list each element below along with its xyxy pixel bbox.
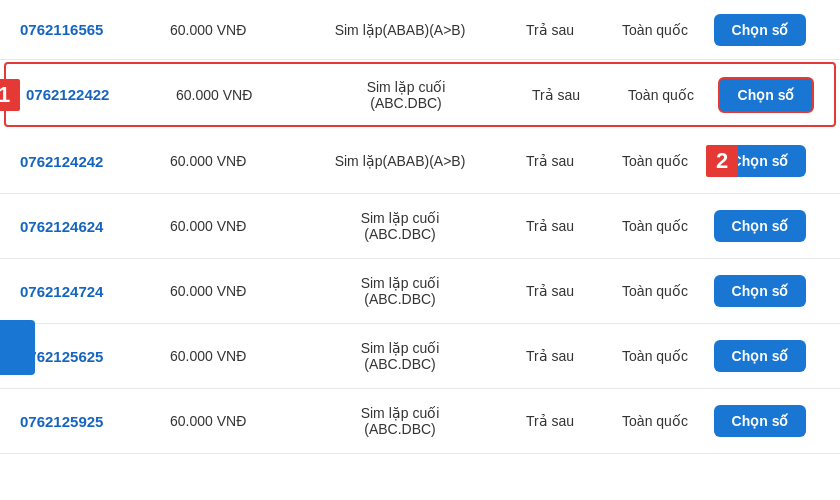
payment-type: Trả sau [500,22,600,38]
price: 60.000 VNĐ [170,22,300,38]
region: Toàn quốc [606,87,716,103]
table-row: 0762125625 60.000 VNĐ Sim lặp cuối (ABC.… [0,324,840,389]
region: Toàn quốc [600,413,710,429]
price: 60.000 VNĐ [170,413,300,429]
chon-so-button[interactable]: Chọn số [718,77,815,113]
sim-type: Sim lặp cuối (ABC.DBC) [300,210,500,242]
payment-type: Trả sau [500,153,600,169]
table-row: 0762125925 60.000 VNĐ Sim lặp cuối (ABC.… [0,389,840,454]
sim-type: Sim lặp(ABAB)(A>B) [300,22,500,38]
chon-so-button[interactable]: Chọn số [714,340,807,372]
sim-type: Sim lặp(ABAB)(A>B) [300,153,500,169]
sim-type: Sim lặp cuối (ABC.DBC) [300,340,500,372]
left-bar [0,320,35,375]
table-row: 0762124724 60.000 VNĐ Sim lặp cuối (ABC.… [0,259,840,324]
action-cell: Chọn số [710,275,810,307]
sim-type: Sim lặp cuối (ABC.DBC) [300,405,500,437]
phone-number: 0762124724 [10,283,170,300]
phone-number: 0762125925 [10,413,170,430]
phone-number: 0762122422 [16,86,176,103]
action-cell: Chọn số [710,14,810,46]
action-cell: 2 Chọn số [710,145,810,177]
table-row: 0762124624 60.000 VNĐ Sim lặp cuối (ABC.… [0,194,840,259]
chon-so-button[interactable]: Chọn số [714,405,807,437]
region: Toàn quốc [600,283,710,299]
action-cell: Chọn số [710,405,810,437]
action-cell: Chọn số [716,77,816,113]
region: Toàn quốc [600,218,710,234]
region: Toàn quốc [600,153,710,169]
region: Toàn quốc [600,22,710,38]
phone-number: 0762116565 [10,21,170,38]
price: 60.000 VNĐ [170,283,300,299]
payment-type: Trả sau [500,413,600,429]
region: Toàn quốc [600,348,710,364]
sim-type: Sim lặp cuối (ABC.DBC) [300,275,500,307]
chon-so-button[interactable]: Chọn số [714,275,807,307]
row-badge-2: 2 [706,145,738,177]
phone-number: 0762124242 [10,153,170,170]
phone-number: 0762124624 [10,218,170,235]
payment-type: Trả sau [500,283,600,299]
table-row: 0762124242 60.000 VNĐ Sim lặp(ABAB)(A>B)… [0,129,840,194]
action-cell: Chọn số [710,340,810,372]
sim-type: Sim lặp cuối (ABC.DBC) [306,79,506,111]
action-cell: Chọn số [710,210,810,242]
payment-type: Trả sau [500,348,600,364]
sim-table: 0762116565 60.000 VNĐ Sim lặp(ABAB)(A>B)… [0,0,840,500]
price: 60.000 VNĐ [176,87,306,103]
chon-so-button[interactable]: Chọn số [714,210,807,242]
price: 60.000 VNĐ [170,218,300,234]
price: 60.000 VNĐ [170,153,300,169]
payment-type: Trả sau [506,87,606,103]
payment-type: Trả sau [500,218,600,234]
table-row: 0762116565 60.000 VNĐ Sim lặp(ABAB)(A>B)… [0,0,840,60]
table-row: 1 0762122422 60.000 VNĐ Sim lặp cuối (AB… [4,62,836,127]
price: 60.000 VNĐ [170,348,300,364]
chon-so-button[interactable]: Chọn số [714,14,807,46]
row-badge-1: 1 [0,79,20,111]
